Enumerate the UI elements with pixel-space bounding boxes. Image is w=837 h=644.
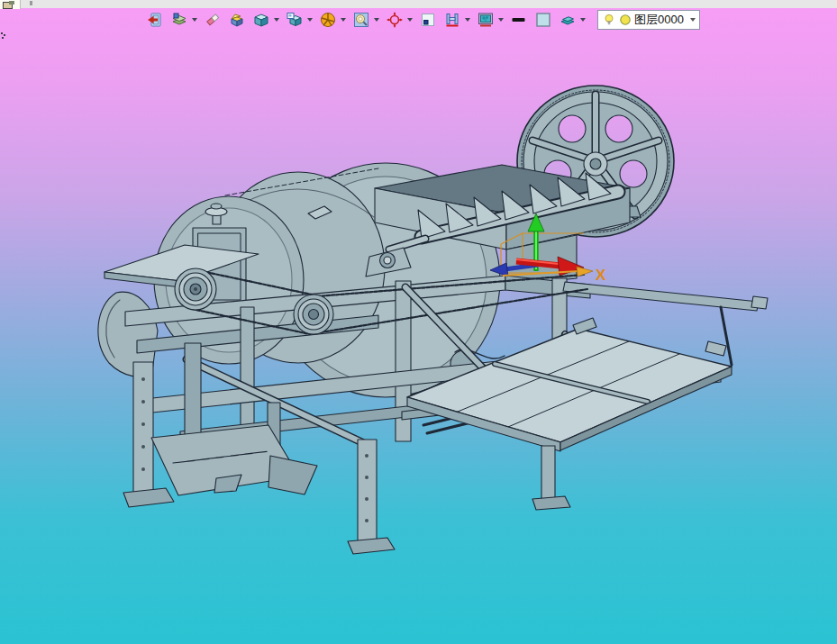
line-width-button[interactable] (510, 11, 528, 29)
color-swatch-button[interactable] (534, 11, 552, 29)
dimension-button[interactable] (443, 11, 470, 29)
eraser-button[interactable] (204, 11, 222, 29)
dropdown-caret[interactable] (580, 18, 586, 22)
corner-tab (0, 0, 21, 9)
dropdown-caret[interactable] (274, 18, 279, 22)
material-sheet-icon (559, 11, 577, 29)
cube-view-button[interactable] (286, 11, 313, 29)
layer-combo-caret[interactable] (690, 18, 696, 22)
dimension-icon (443, 11, 461, 29)
dropdown-caret[interactable] (374, 18, 379, 22)
material-sheet-button[interactable] (559, 11, 586, 29)
display-settings-button[interactable] (477, 11, 504, 29)
layer-combo-value[interactable]: 图层0000 (634, 11, 688, 29)
layer-color-circle-icon[interactable] (618, 13, 632, 27)
exit-icon (146, 11, 164, 29)
target-locate-button[interactable] (386, 11, 413, 29)
dropdown-caret[interactable] (498, 18, 504, 22)
open-box-button[interactable] (228, 11, 246, 29)
layer-combobox[interactable]: 图层0000 (597, 10, 700, 30)
assembly-layers-icon (170, 11, 188, 29)
dropdown-caret[interactable] (307, 18, 313, 22)
exit-button[interactable] (146, 11, 164, 29)
corner-square-icon (419, 11, 437, 29)
zoom-region-button[interactable] (352, 11, 379, 29)
machine-model (98, 86, 768, 554)
viewport-3d[interactable]: X (0, 8, 837, 644)
dropdown-caret[interactable] (341, 18, 346, 22)
corner-square-button[interactable] (419, 11, 437, 29)
orange-wheel-icon (319, 11, 337, 29)
model-canvas[interactable]: X (0, 8, 837, 644)
stray-glyph (1, 32, 5, 40)
main-toolbar: 图层0000 (146, 10, 700, 30)
color-swatch-icon (534, 11, 552, 29)
strip-mark (30, 1, 32, 5)
open-box-icon (228, 11, 246, 29)
assembly-layers-button[interactable] (170, 11, 197, 29)
solid-cube-button[interactable] (252, 11, 279, 29)
cube-view-icon (286, 11, 304, 29)
dropdown-caret[interactable] (465, 18, 470, 22)
app-window: X (0, 0, 837, 644)
zoom-region-icon (352, 11, 370, 29)
axis-x-label: X (596, 267, 606, 284)
menu-strip (0, 0, 837, 8)
eraser-icon (204, 11, 222, 29)
layer-visibility-bulb-icon[interactable] (602, 13, 616, 27)
display-settings-icon (477, 11, 495, 29)
dropdown-caret[interactable] (407, 18, 413, 22)
target-locate-icon (386, 11, 404, 29)
line-width-icon (510, 11, 528, 29)
dropdown-caret[interactable] (192, 18, 197, 22)
solid-cube-icon (252, 11, 270, 29)
orange-wheel-button[interactable] (319, 11, 346, 29)
hopper-chute (151, 425, 317, 495)
